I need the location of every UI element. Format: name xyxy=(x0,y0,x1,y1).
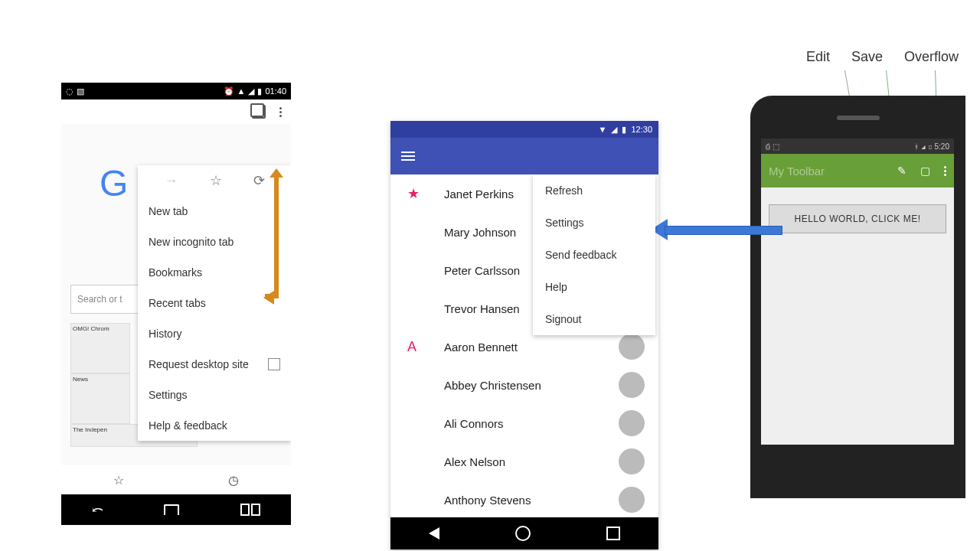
star-icon: ★ xyxy=(407,185,420,202)
back-icon[interactable] xyxy=(429,527,439,540)
toolbar-demo-phone: ⎙ ⬚ ᚼ ◢ ▯ 5:20 My Toolbar ✎ ▢ HELLO WORL… xyxy=(750,96,980,455)
signal-icon: ◢ xyxy=(248,86,254,96)
status-time: 01:40 xyxy=(265,86,286,96)
thumbnail[interactable]: OMG! Chrom xyxy=(70,323,130,373)
status-time: 12:30 xyxy=(631,125,652,134)
status-bar: ◌ ▧ ⏰ ▲ ◢ ▮ 01:40 xyxy=(61,83,291,99)
menu-new-tab[interactable]: New tab xyxy=(138,196,291,227)
menu-settings[interactable]: Settings xyxy=(138,380,291,410)
picture-icon: ▧ xyxy=(77,86,84,96)
overflow-popup: Refresh Settings Send feedback Help Sign… xyxy=(533,174,655,335)
chrome-toolbar xyxy=(61,99,291,124)
popup-signout[interactable]: Signout xyxy=(533,303,655,335)
toolbar-title: My Toolbar xyxy=(769,165,861,178)
overflow-icon[interactable] xyxy=(279,106,282,119)
app-bar xyxy=(390,138,658,174)
android-nav-bar: ⤺ xyxy=(61,494,291,525)
contacts-list[interactable]: Refresh Settings Send feedback Help Sign… xyxy=(390,174,658,517)
menu-request-desktop[interactable]: Request desktop site xyxy=(138,349,291,380)
popup-settings[interactable]: Settings xyxy=(533,207,655,239)
edit-pencil-icon[interactable]: ✎ xyxy=(897,165,906,177)
contacts-phone: ▼ ◢ ▮ 12:30 Refresh Settings Send feedba… xyxy=(390,121,658,549)
status-time: 5:20 xyxy=(935,142,949,151)
android-nav-bar xyxy=(390,517,658,549)
alarm-icon: ⏰ xyxy=(224,86,234,96)
avatar xyxy=(619,487,645,513)
reload-icon[interactable]: ⟳ xyxy=(253,172,265,189)
popup-help[interactable]: Help xyxy=(533,271,655,303)
label-edit: Edit xyxy=(806,49,830,65)
search-input[interactable]: Search or t xyxy=(70,285,139,314)
chrome-body: G Search or t OMG! Chrom News The Indepe… xyxy=(61,124,291,465)
phone-frame: ⎙ ⬚ ᚼ ◢ ▯ 5:20 My Toolbar ✎ ▢ HELLO WORL… xyxy=(750,96,965,498)
phone-screen: ⎙ ⬚ ᚼ ◢ ▯ 5:20 My Toolbar ✎ ▢ HELLO WORL… xyxy=(761,139,954,445)
back-icon[interactable]: ⤺ xyxy=(92,501,103,518)
app-toolbar: My Toolbar ✎ ▢ xyxy=(761,154,954,187)
recent-icon[interactable] xyxy=(606,527,620,540)
chrome-phone: ◌ ▧ ⏰ ▲ ◢ ▮ 01:40 G Search or t OMG! Chr… xyxy=(61,83,291,496)
menu-help-feedback[interactable]: Help & feedback xyxy=(138,410,291,441)
status-bar: ⎙ ⬚ ᚼ ◢ ▯ 5:20 xyxy=(761,139,954,154)
avatar xyxy=(619,448,645,474)
home-icon[interactable] xyxy=(515,526,531,541)
popup-send-feedback[interactable]: Send feedback xyxy=(533,239,655,271)
label-overflow: Overflow xyxy=(904,49,959,65)
annotation-labels: Edit Save Overflow xyxy=(806,49,959,65)
battery-icon: ▯ xyxy=(928,142,933,151)
home-icon[interactable] xyxy=(164,504,179,515)
signal-icon: ◢ xyxy=(921,142,926,151)
save-disk-icon[interactable]: ▢ xyxy=(920,165,930,177)
avatar xyxy=(619,372,645,398)
checkbox-icon[interactable] xyxy=(268,358,280,370)
annotation-arrow-icon xyxy=(274,176,279,298)
status-left-icons: ⎙ ⬚ xyxy=(766,142,779,151)
popup-refresh[interactable]: Refresh xyxy=(533,174,655,207)
tabs-icon[interactable] xyxy=(252,105,266,119)
avatar xyxy=(619,410,645,436)
label-save: Save xyxy=(851,49,883,65)
menu-history[interactable]: History xyxy=(138,318,291,349)
menu-new-incognito[interactable]: New incognito tab xyxy=(138,227,291,257)
avatar xyxy=(619,334,645,360)
list-item[interactable]: Ali Connors xyxy=(390,404,658,442)
forward-icon[interactable]: → xyxy=(165,173,178,189)
overflow-icon[interactable] xyxy=(944,165,946,178)
menu-bookmarks[interactable]: Bookmarks xyxy=(138,257,291,288)
hamburger-icon[interactable] xyxy=(401,149,415,163)
list-item[interactable]: Alex Nelson xyxy=(390,442,658,481)
google-logo: G xyxy=(100,162,128,204)
bluetooth-icon: ᚼ xyxy=(914,142,919,151)
list-item[interactable]: Anthony Stevens xyxy=(390,481,658,517)
star-icon[interactable]: ☆ xyxy=(113,473,124,487)
battery-icon: ▮ xyxy=(257,86,262,96)
battery-icon: ▮ xyxy=(622,125,626,135)
speaker-grille xyxy=(837,116,880,120)
whatsapp-icon: ◌ xyxy=(66,86,74,96)
section-letter: A xyxy=(407,339,416,355)
list-item[interactable]: Abbey Christensen xyxy=(390,366,658,404)
history-clock-icon[interactable]: ◷ xyxy=(228,473,239,487)
status-bar: ▼ ◢ ▮ 12:30 xyxy=(390,121,658,138)
menu-icon-row: → ☆ ⟳ xyxy=(138,165,291,196)
wifi-icon: ▼ xyxy=(599,125,607,134)
annotation-arrow-icon xyxy=(263,291,274,305)
thumbnail[interactable]: News xyxy=(70,373,130,424)
wifi-icon: ▲ xyxy=(237,86,246,96)
annotation-arrow-icon xyxy=(651,222,781,237)
signal-icon: ◢ xyxy=(611,125,617,135)
chrome-bottom-bar: ☆ ◷ xyxy=(61,465,291,494)
bookmark-star-icon[interactable]: ☆ xyxy=(210,172,222,189)
recent-icon[interactable] xyxy=(240,504,260,516)
hello-world-button[interactable]: HELLO WORLD, CLICK ME! xyxy=(769,204,946,233)
